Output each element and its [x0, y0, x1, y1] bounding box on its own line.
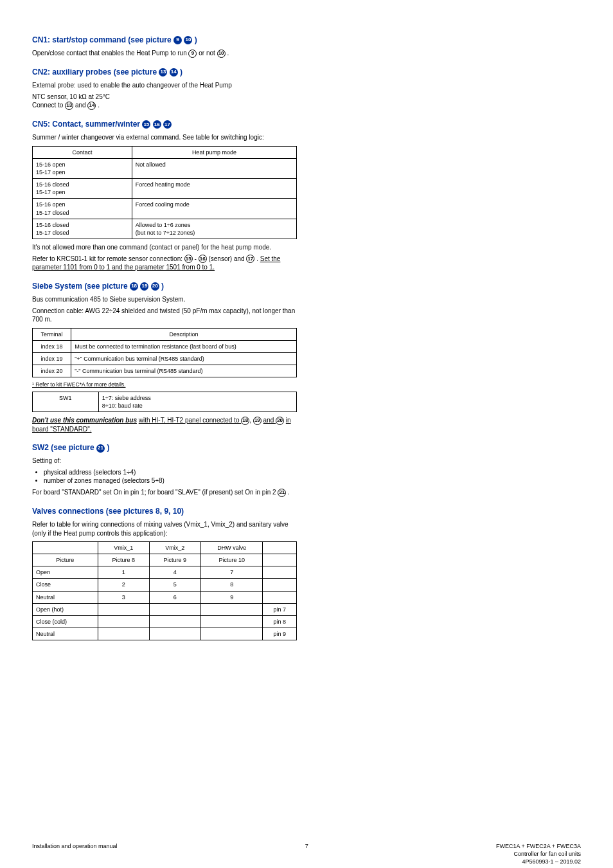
vt-h2: Vmix_1 — [98, 542, 149, 554]
cn2-p2b-and: and — [75, 102, 87, 109]
cn5-p3c: (sensor) and — [208, 255, 246, 262]
siebe-t-r2c2: Must be connected to termination resista… — [71, 340, 297, 352]
heading-sw2-tail: ) — [107, 443, 109, 452]
vt-r3c3: 9 — [200, 591, 262, 603]
siebe-t-r3c2: "+" Communication bus terminal (RS485 st… — [71, 352, 297, 365]
vt-r5c4: pin 8 — [263, 615, 297, 628]
footer-center: 7 — [305, 842, 308, 865]
table-row: Close (cold) pin 8 — [33, 615, 297, 628]
cn2-p2a: NTC sensor, 10 kΩ at 25°C — [32, 93, 110, 100]
ref-14-outline: 14 — [87, 102, 96, 110]
table-row: Picture Picture 8 Picture 9 Picture 10 — [33, 554, 297, 566]
vt-r3c2: 6 — [149, 591, 200, 603]
table-row: Contact Heat pump mode — [33, 146, 297, 158]
table-row: Vmix_1 Vmix_2 DHW valve — [33, 542, 297, 554]
ref-10-solid: 10 — [184, 36, 192, 44]
heading-siebe: Siebe System (see picture 18 19 20 ) — [32, 281, 297, 291]
ref-13-solid: 13 — [159, 68, 167, 77]
vt-r4c3 — [200, 603, 262, 615]
ref-9-outline: 9 — [188, 50, 197, 58]
vt-r2c3: 8 — [200, 579, 262, 591]
cn5-t-r4c1: 15-16 open 15-17 closed — [33, 199, 132, 219]
heading-valves: Valves connections (see pictures 8, 9, 1… — [32, 506, 297, 516]
table-row: Open 1 4 7 — [33, 566, 297, 579]
vt-r6c4: pin 9 — [263, 628, 297, 640]
vt-r4c0: Open (hot) — [33, 603, 98, 615]
cn5-p3: Refer to KRCS01-1 kit for remote sensor … — [32, 255, 297, 272]
vt-r3c4 — [263, 591, 297, 603]
vt-r1c3: 7 — [200, 566, 262, 579]
ref-13-outline: 13 — [65, 102, 73, 110]
heading-cn2: CN2: auxiliary probes (see picture 13 14… — [32, 67, 297, 77]
page-footer: Installation and operation manual 7 FWEC… — [0, 842, 613, 868]
cn5-t-r2c2: Not allowed — [132, 158, 296, 178]
vt-r4c4: pin 7 — [263, 603, 297, 615]
vt-r5c2 — [149, 615, 200, 628]
cn5-t-r1c2: Heat pump mode — [132, 146, 296, 158]
table-row: Terminal Description — [33, 328, 297, 340]
cn5-table: Contact Heat pump mode 15-16 open 15-17 … — [32, 146, 297, 239]
ref-18-outline: 18 — [241, 417, 249, 425]
sw1-table: SW1 1÷7: siebe address 8÷10: baud rate — [32, 392, 297, 412]
siebe-p1: Bus communication 485 to Siebe supervisi… — [32, 295, 297, 304]
cn2-p1: External probe: used to enable the auto … — [32, 81, 297, 90]
vt-r0c3: Picture 10 — [200, 554, 262, 566]
ref-9-solid: 9 — [173, 36, 182, 44]
table-row: index 18 Must be connected to terminatio… — [33, 340, 297, 352]
vt-r0c1: Picture 8 — [98, 554, 149, 566]
cn5-t-r2c1: 15-16 open 15-17 open — [33, 158, 132, 178]
vt-r3c1: 3 — [98, 591, 149, 603]
vt-h3: Vmix_2 — [149, 542, 200, 554]
ref-20-outline: 20 — [276, 417, 284, 425]
cn5-t-r5c1: 15-16 closed 15-17 closed — [33, 219, 132, 239]
sw1-t-c2: 1÷7: siebe address 8÷10: baud rate — [98, 392, 296, 411]
table-row: Open (hot) pin 7 — [33, 603, 297, 615]
vt-r6c1 — [98, 628, 149, 640]
vt-r1c4 — [263, 566, 297, 579]
table-row: Neutral pin 9 — [33, 628, 297, 640]
siebe-t-r4c2: "-" Communication bus terminal (RS485 st… — [71, 365, 297, 377]
ref-17-solid: 17 — [163, 120, 172, 129]
vt-r2c4 — [263, 579, 297, 591]
vt-r1c0: Open — [33, 566, 98, 579]
heading-cn2-text: CN2: auxiliary probes (see picture — [32, 68, 159, 77]
siebe-t-r1c1: Terminal — [33, 328, 71, 340]
cn1-desc-c: . — [227, 50, 229, 57]
table-row: Close 2 5 8 — [33, 579, 297, 591]
vt-r6c2 — [149, 628, 200, 640]
cn1-desc: Open/close contact that enables the Heat… — [32, 49, 297, 58]
heading-cn5-text: CN5: Contact, summer/winter — [32, 120, 142, 129]
siebe-t-r1c2: Description — [71, 328, 297, 340]
vt-r1c1: 1 — [98, 566, 149, 579]
heading-sw2: SW2 (see picture 21 ) — [32, 442, 297, 453]
sw2-p1: Setting of: — [32, 457, 297, 466]
ref-15-outline: 15 — [184, 255, 193, 263]
vt-r5c3 — [200, 615, 262, 628]
footer-right-bot: 4P560993-1 – 2019.02 — [496, 858, 581, 865]
cn2-p2b-before: Connect to — [32, 102, 65, 109]
bus-warning-and: and — [263, 417, 276, 424]
sw2-list: physical address (selectors 1÷4) number … — [44, 468, 297, 485]
ref-17-outline: 17 — [246, 255, 254, 263]
vt-r6c3 — [200, 628, 262, 640]
ref-21-solid: 21 — [96, 444, 105, 453]
sw2-p2: For board "STANDARD" set On in pin 1; fo… — [32, 488, 297, 497]
table-row: 15-16 open 15-17 closed Forced cooling m… — [33, 199, 297, 219]
vt-r5c1 — [98, 615, 149, 628]
valves-p1: Refer to table for wiring connections of… — [32, 520, 297, 538]
vt-r2c1: 2 — [98, 579, 149, 591]
heading-sw2-text: SW2 (see picture — [32, 443, 96, 452]
ref-10-outline: 10 — [217, 50, 226, 58]
valves-table: Vmix_1 Vmix_2 DHW valve Picture Picture … — [32, 541, 297, 640]
bus-warning-post: with HI-T, HI-T2 panel connected to — [139, 417, 242, 424]
footer-left: Installation and operation manual — [32, 842, 118, 865]
vt-r4c2 — [149, 603, 200, 615]
siebe-footnote: ¹ Refer to kit FWEC*A for more details. — [32, 381, 297, 388]
cn5-p3a: Refer to KRCS01-1 kit for remote sensor … — [32, 255, 184, 262]
cn5-p2: It's not allowed more than one command (… — [32, 243, 297, 252]
table-row: index 19 "+" Communication bus terminal … — [33, 352, 297, 365]
cn1-desc-b: or not — [199, 50, 217, 57]
table-row: 15-16 closed 15-17 open Forced heating m… — [33, 179, 297, 199]
heading-cn1: CN1: start/stop command (see picture 9 1… — [32, 35, 297, 45]
ref-20-solid: 20 — [151, 282, 159, 291]
